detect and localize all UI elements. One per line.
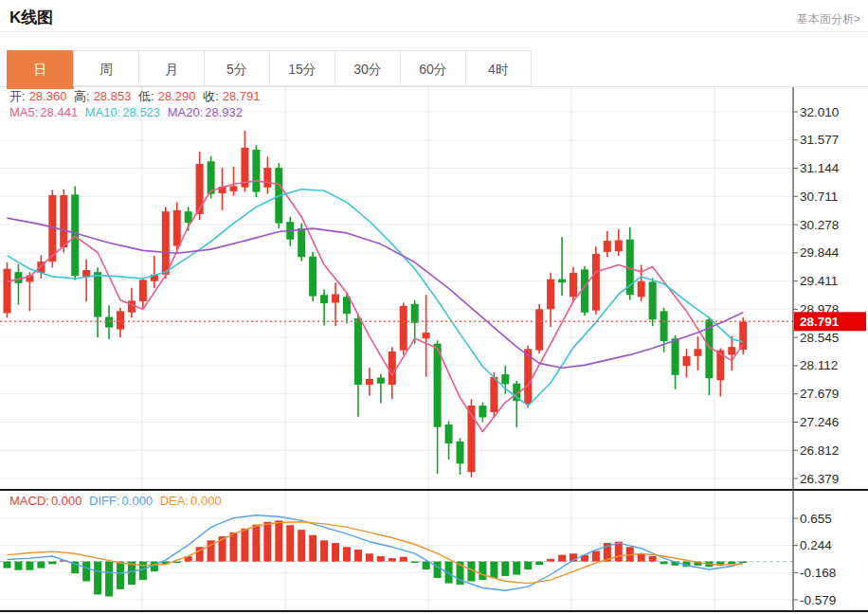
y-axis-label: 30.278 xyxy=(800,218,839,232)
ma10-label: MA10: xyxy=(85,105,121,119)
diff-value: 0.000 xyxy=(122,494,154,508)
last-price-badge-text: 28.791 xyxy=(800,315,840,329)
tab-30min[interactable]: 30分 xyxy=(335,50,401,86)
low-label: 低: xyxy=(138,89,154,103)
y-axis-label: 30.711 xyxy=(800,190,838,204)
ma20-label: MA20: xyxy=(168,105,204,119)
y-axis-label: 31.144 xyxy=(800,161,840,175)
high-value: 28.853 xyxy=(94,89,132,103)
tab-week[interactable]: 周 xyxy=(73,50,139,86)
tab-15min[interactable]: 15分 xyxy=(269,50,335,86)
ma10-line xyxy=(8,190,744,406)
close-value: 28.791 xyxy=(223,89,261,103)
ma-readout: MA5:28.441 MA10:28.523 MA20:28.932 xyxy=(9,105,246,119)
macd-value: 0.000 xyxy=(51,494,82,508)
macd-axis-label: 0.655 xyxy=(800,512,832,526)
candles-layer xyxy=(4,131,748,478)
high-label: 高: xyxy=(74,89,90,103)
ma20-value: 28.932 xyxy=(205,105,243,119)
macd-axis-label: 0.244 xyxy=(800,538,832,552)
macd-y-axis-labels: 0.6550.244-0.168-0.579 xyxy=(793,512,836,607)
tab-month[interactable]: 月 xyxy=(138,50,205,86)
ma10-value: 28.523 xyxy=(122,105,160,119)
ma5-value: 28.441 xyxy=(40,105,78,119)
macd-readout: MACD:0.000 DIFF:0.000 DEA:0.000 xyxy=(9,494,226,508)
open-value: 28.360 xyxy=(29,89,67,103)
macd-histogram xyxy=(4,520,748,596)
dea-value: 0.000 xyxy=(190,494,222,508)
y-axis-label: 26.812 xyxy=(800,443,839,458)
y-axis-label: 29.411 xyxy=(800,274,838,288)
last-price-badge: 28.791 xyxy=(794,312,866,331)
y-axis-label: 27.246 xyxy=(800,415,839,429)
ma5-label: MA5: xyxy=(9,105,38,119)
main-y-axis-labels: 32.01031.57731.14430.71130.27829.84429.4… xyxy=(793,105,840,486)
y-axis-label: 31.577 xyxy=(800,133,839,147)
close-label: 收: xyxy=(203,89,219,103)
y-axis-label: 26.379 xyxy=(800,472,839,486)
macd-axis-label: -0.579 xyxy=(800,593,836,607)
y-axis-label: 29.844 xyxy=(800,245,840,260)
y-axis-label: 32.010 xyxy=(800,105,839,119)
tab-60min[interactable]: 60分 xyxy=(400,50,466,86)
y-axis-label: 27.679 xyxy=(800,387,839,401)
tab-4hour[interactable]: 4时 xyxy=(465,50,532,86)
low-value: 28.290 xyxy=(158,89,196,103)
macd-axis-label: -0.168 xyxy=(800,566,836,580)
dea-label: DEA: xyxy=(160,494,189,508)
macd-label: MACD: xyxy=(9,494,49,508)
tab-5min[interactable]: 5分 xyxy=(204,50,270,86)
tab-day[interactable]: 日 xyxy=(7,50,74,89)
open-label: 开: xyxy=(9,89,26,103)
y-axis-label: 28.112 xyxy=(800,358,838,372)
y-axis-label: 28.545 xyxy=(800,331,839,345)
diff-label: DIFF: xyxy=(89,494,120,508)
interval-tabbar: 日 周 月 5分 15分 30分 60分 4时 xyxy=(8,50,532,89)
ohlc-readout: 开:28.360 高:28.853 低:28.290 收:28.791 xyxy=(9,88,263,105)
kline-widget: K线图 基本面分析> 日 周 月 5分 15分 30分 60分 4时 32.01… xyxy=(0,0,868,614)
